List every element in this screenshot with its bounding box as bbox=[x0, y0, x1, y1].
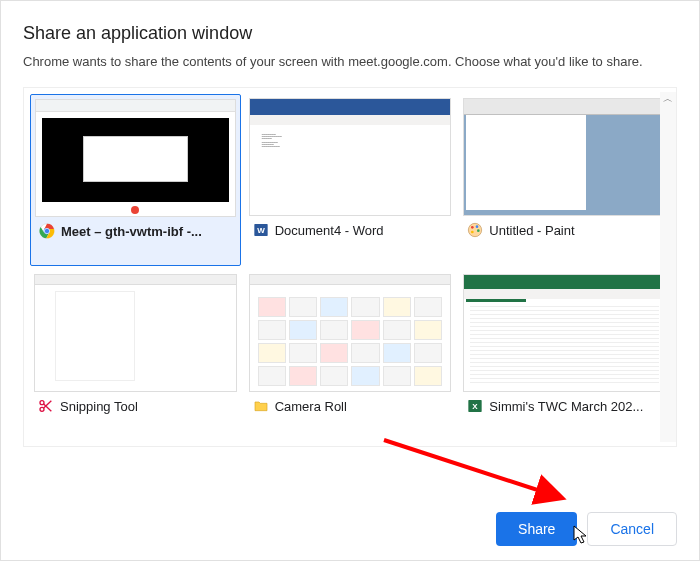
window-label: Document4 - Word bbox=[275, 223, 384, 238]
window-tile-camera-roll[interactable]: Camera Roll bbox=[245, 270, 456, 440]
svg-text:W: W bbox=[257, 226, 265, 235]
thumbnail bbox=[249, 274, 452, 392]
chrome-icon bbox=[39, 223, 55, 239]
svg-point-2 bbox=[44, 228, 49, 233]
svg-text:X: X bbox=[473, 402, 479, 411]
dialog-subtitle: Chrome wants to share the contents of yo… bbox=[23, 54, 677, 69]
thumbnail bbox=[463, 98, 666, 216]
thumbnail bbox=[35, 99, 236, 217]
window-tile-meet[interactable]: Meet – gth-vwtm-ibf -... bbox=[30, 94, 241, 266]
svg-point-5 bbox=[469, 223, 482, 236]
window-tile-excel[interactable]: X Simmi's TWC March 202... bbox=[459, 270, 670, 440]
thumbnail: ▬▬▬▬▬▬▬▬▬▬▬▬▬▬▬▬▬▬▬▬▬▬▬▬▬▬▬▬▬▬▬▬▬▬▬▬▬▬▬▬… bbox=[249, 98, 452, 216]
scrollbar[interactable]: ︿ bbox=[660, 92, 676, 442]
svg-line-14 bbox=[384, 440, 559, 497]
thumbnail bbox=[34, 274, 237, 392]
share-button[interactable]: Share bbox=[496, 512, 577, 546]
svg-point-8 bbox=[477, 229, 480, 232]
cancel-button[interactable]: Cancel bbox=[587, 512, 677, 546]
window-tile-word[interactable]: ▬▬▬▬▬▬▬▬▬▬▬▬▬▬▬▬▬▬▬▬▬▬▬▬▬▬▬▬▬▬▬▬▬▬▬▬▬▬▬▬… bbox=[245, 94, 456, 266]
dialog-title: Share an application window bbox=[23, 23, 677, 44]
window-label: Simmi's TWC March 202... bbox=[489, 399, 643, 414]
window-list-scroll: Meet – gth-vwtm-ibf -... ▬▬▬▬▬▬▬▬▬▬▬▬▬▬▬… bbox=[23, 87, 677, 447]
folder-icon bbox=[253, 398, 269, 414]
svg-point-6 bbox=[471, 226, 474, 229]
window-label: Meet – gth-vwtm-ibf -... bbox=[61, 224, 202, 239]
scroll-up-icon[interactable]: ︿ bbox=[660, 92, 676, 106]
svg-point-7 bbox=[476, 225, 479, 228]
svg-point-11 bbox=[40, 407, 44, 411]
svg-point-10 bbox=[40, 401, 44, 405]
window-tile-paint[interactable]: Untitled - Paint bbox=[459, 94, 670, 266]
svg-point-9 bbox=[471, 231, 474, 234]
paint-icon bbox=[467, 222, 483, 238]
window-label: Untitled - Paint bbox=[489, 223, 574, 238]
excel-icon: X bbox=[467, 398, 483, 414]
scissors-icon bbox=[38, 398, 54, 414]
word-icon: W bbox=[253, 222, 269, 238]
thumbnail bbox=[463, 274, 666, 392]
window-tile-snip[interactable]: Snipping Tool bbox=[30, 270, 241, 440]
window-label: Camera Roll bbox=[275, 399, 347, 414]
window-label: Snipping Tool bbox=[60, 399, 138, 414]
